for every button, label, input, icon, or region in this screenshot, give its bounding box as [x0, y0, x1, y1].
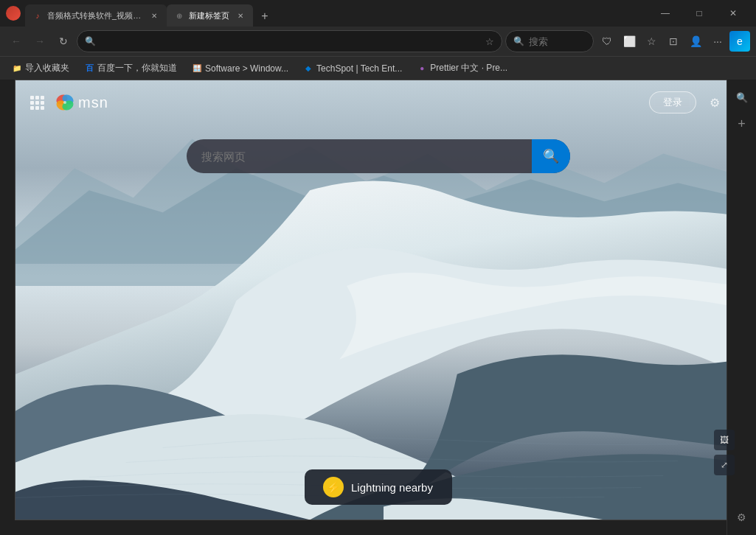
- extensions-icon: 🛡: [602, 35, 612, 47]
- content-area: msn 登录 ⚙ 🔍: [0, 80, 756, 535]
- bookmark-baidu[interactable]: 百 百度一下，你就知道: [78, 60, 183, 77]
- bookmark-baidu-label: 百度一下，你就知道: [97, 62, 177, 74]
- navigation-bar: ← → ↻ 🔍 ☆ 🔍: [0, 27, 756, 56]
- nav-icon-group: 🛡 ⬜ ☆ ⊡ 👤 ···: [597, 31, 750, 52]
- tab1-close[interactable]: ✕: [149, 10, 159, 21]
- lightning-label: Lightning nearby: [351, 481, 433, 494]
- msn-search-icon: 🔍: [543, 148, 559, 164]
- settings-gear-icon: ⚙: [710, 96, 720, 110]
- image-icon: 🖼: [720, 435, 729, 445]
- forward-icon: →: [35, 35, 45, 47]
- bookmark-prettier-label: Prettier 中文 · Pre...: [430, 62, 507, 74]
- msn-header: msn 登录 ⚙: [15, 80, 741, 125]
- msn-search-button[interactable]: 🔍: [532, 139, 570, 173]
- window-controls: — □ ✕: [648, 0, 750, 27]
- search-input-right[interactable]: [529, 36, 580, 47]
- bookmark-prettier-icon: ●: [417, 63, 427, 74]
- apps-grid-button[interactable]: [30, 96, 44, 110]
- bottom-settings-button[interactable]: ⚙: [731, 507, 752, 528]
- bookmark-baidu-icon: 百: [84, 63, 94, 74]
- minimize-button[interactable]: —: [648, 0, 682, 27]
- profile-button[interactable]: 👤: [685, 31, 706, 52]
- bookmark-software[interactable]: 🪟 Software > Window...: [186, 61, 294, 76]
- msn-left-header: msn: [30, 92, 108, 113]
- refresh-icon: ↻: [59, 35, 68, 47]
- address-search-icon: 🔍: [85, 36, 96, 46]
- bookmark-techspot-label: TechSpot | Tech Ent...: [316, 63, 402, 74]
- browser-search-box[interactable]: 🔍: [505, 30, 594, 52]
- favorites-button[interactable]: ☆: [641, 31, 662, 52]
- more-button[interactable]: ···: [707, 31, 728, 52]
- lightning-card[interactable]: ⚡ Lightning nearby: [305, 469, 452, 505]
- expand-button[interactable]: ⤢: [714, 455, 735, 475]
- msn-logo[interactable]: msn: [55, 92, 108, 113]
- collections-button[interactable]: ⊡: [663, 31, 684, 52]
- msn-search-box[interactable]: 🔍: [187, 139, 570, 173]
- msn-logo-text: msn: [78, 94, 108, 111]
- bookmark-techspot[interactable]: ◆ TechSpot | Tech Ent...: [297, 61, 408, 76]
- search-area: 🔍: [187, 139, 570, 173]
- bookmark-software-icon: 🪟: [192, 63, 202, 74]
- bookmarks-bar: 📁 导入收藏夹 百 百度一下，你就知道 🪟 Software > Window.…: [0, 56, 756, 80]
- bookmark-import[interactable]: 📁 导入收藏夹: [6, 60, 75, 77]
- back-button[interactable]: ←: [6, 31, 27, 52]
- refresh-button[interactable]: ↻: [53, 31, 74, 52]
- forward-button[interactable]: →: [30, 31, 50, 52]
- bookmark-software-label: Software > Window...: [205, 63, 288, 74]
- tab2-close[interactable]: ✕: [235, 10, 246, 21]
- svg-point-5: [63, 101, 66, 104]
- bookmark-star-icon[interactable]: ☆: [485, 36, 494, 47]
- address-input[interactable]: [100, 36, 481, 47]
- edge-logo: e: [729, 31, 750, 52]
- msn-search-input[interactable]: [187, 150, 532, 163]
- tab-bar: ♪ 音频格式转换软件_视频处理软件... ✕ ⊕ 新建标签页 ✕ +: [25, 0, 648, 27]
- msn-right-header: 登录 ⚙: [649, 91, 726, 113]
- profile-icon: 👤: [690, 35, 702, 47]
- maximize-button[interactable]: □: [682, 0, 716, 27]
- favorites-icon: ☆: [647, 35, 656, 47]
- bookmark-import-icon: 📁: [12, 63, 22, 74]
- bookmark-import-label: 导入收藏夹: [25, 62, 69, 74]
- tab-new-tab[interactable]: ⊕ 新建标签页 ✕: [167, 4, 253, 27]
- extensions-button[interactable]: 🛡: [597, 31, 617, 52]
- new-tab-button[interactable]: +: [254, 6, 275, 27]
- webpage-wrapper: msn 登录 ⚙ 🔍: [0, 80, 756, 535]
- title-bar: ♪ 音频格式转换软件_视频处理软件... ✕ ⊕ 新建标签页 ✕ + — □: [0, 0, 756, 27]
- msn-settings-button[interactable]: ⚙: [704, 91, 726, 113]
- msn-page: msn 登录 ⚙ 🔍: [15, 80, 741, 520]
- close-button[interactable]: ✕: [716, 0, 750, 27]
- back-icon: ←: [11, 35, 21, 47]
- lightning-icon: ⚡: [326, 480, 341, 494]
- split-screen-icon: ⬜: [623, 35, 636, 47]
- tab2-favicon: ⊕: [174, 10, 184, 21]
- collections-icon: ⊡: [669, 35, 678, 47]
- msn-logo-icon: [55, 92, 75, 113]
- image-info-button[interactable]: 🖼: [714, 430, 735, 450]
- tab-audio-converter[interactable]: ♪ 音频格式转换软件_视频处理软件... ✕: [25, 4, 167, 27]
- more-icon: ···: [713, 35, 722, 47]
- login-button[interactable]: 登录: [649, 91, 696, 113]
- tab2-title: 新建标签页: [189, 10, 229, 21]
- lightning-icon-wrapper: ⚡: [323, 477, 344, 497]
- window-icon: [6, 6, 21, 21]
- side-controls: 🖼 ⤢: [714, 430, 735, 475]
- tab1-title: 音频格式转换软件_视频处理软件...: [47, 10, 143, 21]
- expand-icon: ⤢: [721, 460, 728, 470]
- bookmark-prettier[interactable]: ● Prettier 中文 · Pre...: [411, 60, 513, 77]
- split-screen-button[interactable]: ⬜: [619, 31, 639, 52]
- address-bar[interactable]: 🔍 ☆: [77, 30, 502, 52]
- bottom-settings-icon: ⚙: [737, 511, 746, 523]
- bookmark-techspot-icon: ◆: [303, 63, 313, 74]
- search-icon-right: 🔍: [513, 36, 524, 46]
- tab1-favicon: ♪: [32, 10, 43, 21]
